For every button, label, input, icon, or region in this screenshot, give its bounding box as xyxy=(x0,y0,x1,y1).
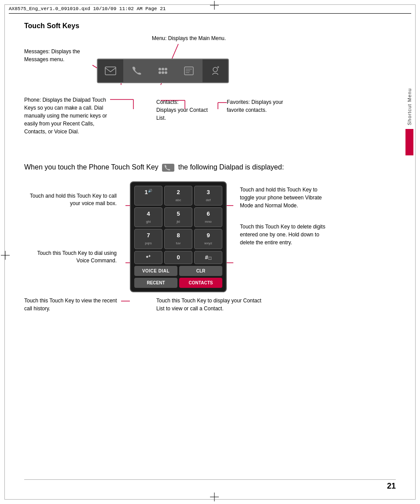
btn-contacts[interactable]: CONTACTS xyxy=(179,278,222,288)
svg-marker-27 xyxy=(217,66,219,68)
svg-point-19 xyxy=(158,71,161,74)
key-0[interactable]: 0 xyxy=(164,251,192,265)
key-9[interactable]: 9wxyz xyxy=(194,229,222,249)
footer-line xyxy=(24,479,396,480)
key-3[interactable]: 3def xyxy=(194,186,222,206)
dialpad-section: Touch and hold this Touch Key to call yo… xyxy=(24,181,396,292)
toolbar-buttons xyxy=(97,59,229,83)
toolbar-btn-messages[interactable] xyxy=(98,59,124,82)
ann-voice-mail: Touch and hold this Touch Key to call yo… xyxy=(24,192,121,207)
bottom-annotations: Touch this Touch Key to view the recent … xyxy=(24,297,396,313)
toolbar-btn-phone[interactable] xyxy=(124,59,150,82)
key-1[interactable]: 1🔊 xyxy=(134,186,162,206)
favorites-label: Favorites: xyxy=(227,99,250,105)
key-2[interactable]: 2abc xyxy=(164,186,192,206)
key-6[interactable]: 6mno xyxy=(194,207,222,227)
key-5[interactable]: 5jkl xyxy=(164,207,192,227)
ann-delete-digits-text: Touch this Touch Key to delete digits en… xyxy=(240,224,325,246)
dialpad-grid: 1🔊 2abc 3def 4ghi 5jkl 6mno 7pqrs 8tuv 9… xyxy=(134,186,222,264)
key-hash[interactable]: #⬚ xyxy=(194,251,222,265)
section-title: Touch Soft Keys xyxy=(24,22,396,30)
messages-label: Messages: xyxy=(24,48,50,55)
contacts-text: Displays your Contact List. xyxy=(156,107,208,121)
key-7[interactable]: 7pqrs xyxy=(134,229,162,249)
ann-delete-digits: Touch this Touch Key to delete digits en… xyxy=(233,223,328,246)
left-annotations: Touch and hold this Touch Key to call yo… xyxy=(24,181,130,292)
ann-recent-history-text: Touch this Touch Key to view the recent … xyxy=(24,298,117,312)
dialpad-intro-text1: When you touch the Phone Touch Soft Key xyxy=(24,163,158,171)
sidebar-label: Shortcut Menu xyxy=(407,88,412,125)
svg-point-21 xyxy=(165,71,167,74)
btn-clr[interactable]: CLR xyxy=(179,266,222,276)
ann-contacts: Contacts: Displays your Contact List. xyxy=(156,98,214,122)
ann-hold-vibrate-text: Touch and hold this Touch Key to toggle … xyxy=(240,187,322,209)
sidebar-red-bar xyxy=(405,129,413,155)
svg-point-17 xyxy=(162,68,164,70)
btn-voice-dial[interactable]: VOICE DIAL xyxy=(134,266,177,276)
btn-recent[interactable]: RECENT xyxy=(134,278,177,288)
toolbar-btn-contacts[interactable] xyxy=(150,59,176,82)
menu-text: Displays the Main Menu. xyxy=(168,35,226,41)
page-number: 21 xyxy=(387,482,396,491)
toolbar-btn-favorites[interactable] xyxy=(203,59,228,82)
ann-voice-command: Touch this Touch Key to dial using Voice… xyxy=(24,250,121,265)
svg-point-16 xyxy=(158,68,161,70)
key-4[interactable]: 4ghi xyxy=(134,207,162,227)
phone-label: Phone: xyxy=(24,97,41,103)
toolbar-btn-card[interactable] xyxy=(176,59,202,82)
contacts-label: Contacts: xyxy=(156,99,179,105)
ann-voice-command-text: Touch this Touch Key to dial using Voice… xyxy=(37,250,117,264)
crosshair-top xyxy=(210,1,219,11)
dialpad-row-nav: RECENT CONTACTS xyxy=(134,278,222,288)
dialpad: 1🔊 2abc 3def 4ghi 5jkl 6mno 7pqrs 8tuv 9… xyxy=(130,181,227,292)
ann-menu: Menu: Displays the Main Menu. xyxy=(152,34,240,42)
top-annotations-layout: Messages: Displays the Messages menu. Me… xyxy=(24,34,396,162)
svg-point-18 xyxy=(165,68,167,70)
right-annotations: Touch and hold this Touch Key to toggle … xyxy=(227,181,328,292)
key-8[interactable]: 8tuv xyxy=(164,229,192,249)
phone-soft-key-icon xyxy=(162,164,174,172)
dialpad-wrapper: 1🔊 2abc 3def 4ghi 5jkl 6mno 7pqrs 8tuv 9… xyxy=(130,181,227,292)
ann-voice-mail-text: Touch and hold this Touch Key to call yo… xyxy=(30,193,117,206)
toolbar xyxy=(97,59,229,83)
svg-rect-15 xyxy=(105,67,116,75)
dialpad-intro-text2: the following Dialpad is displayed: xyxy=(178,163,284,171)
dialpad-row-voice: VOICE DIAL CLR xyxy=(134,266,222,276)
svg-point-20 xyxy=(162,71,164,74)
main-content: Touch Soft Keys Messages: Displays the M… xyxy=(24,22,396,313)
key-star[interactable]: *+ xyxy=(134,251,162,265)
ann-recent-history: Touch this Touch Key to view the recent … xyxy=(24,297,125,313)
menu-label: Menu: xyxy=(152,35,166,41)
ann-favorites: Favorites: Displays your favorite contac… xyxy=(227,98,288,114)
ann-hold-vibrate: Touch and hold this Touch Key to toggle … xyxy=(233,186,328,210)
svg-point-26 xyxy=(213,67,217,72)
crosshair-bottom xyxy=(210,493,219,503)
ann-phone: Phone: Displays the Dialpad Touch Keys s… xyxy=(24,96,112,136)
ann-contacts-display-text: Touch this Touch Key to display your Con… xyxy=(156,298,262,312)
header-text: AX8575_Eng_ver1.0_091010.qxd 10/10/09 11… xyxy=(9,6,166,11)
sidebar: Shortcut Menu xyxy=(403,88,416,264)
dialpad-intro: When you touch the Phone Touch Soft Key … xyxy=(24,162,396,173)
ann-contacts-display: Touch this Touch Key to display your Con… xyxy=(156,297,271,313)
ann-messages: Messages: Displays the Messages menu. xyxy=(24,48,95,63)
crosshair-left xyxy=(1,251,10,261)
